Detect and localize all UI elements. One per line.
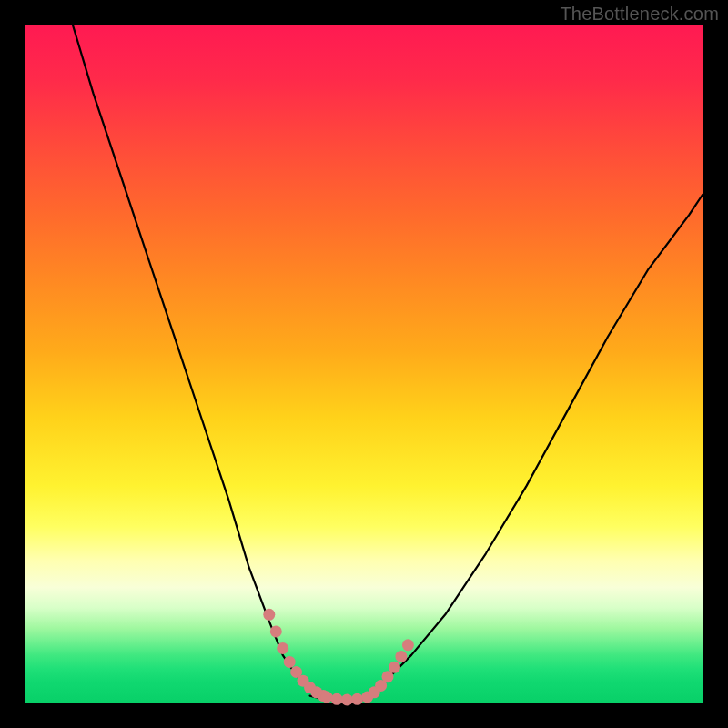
marker-dot: [351, 693, 363, 705]
series-left-curve: [73, 25, 323, 696]
marker-dot: [270, 625, 282, 637]
chart-markers: [263, 609, 414, 706]
watermark-text: TheBottleneck.com: [560, 4, 719, 25]
marker-dot: [382, 671, 394, 682]
marker-dot: [331, 693, 343, 705]
marker-dot: [395, 651, 407, 662]
marker-dot: [402, 639, 414, 651]
series-right-curve: [364, 195, 703, 696]
marker-dot: [341, 694, 353, 706]
chart-svg: [25, 25, 703, 703]
marker-dot: [389, 662, 400, 673]
marker-dot: [277, 642, 288, 654]
marker-dot: [284, 656, 296, 668]
marker-dot: [321, 692, 333, 703]
chart-plot-area: [25, 25, 703, 703]
chart-lines: [73, 25, 703, 701]
marker-dot: [263, 609, 275, 621]
